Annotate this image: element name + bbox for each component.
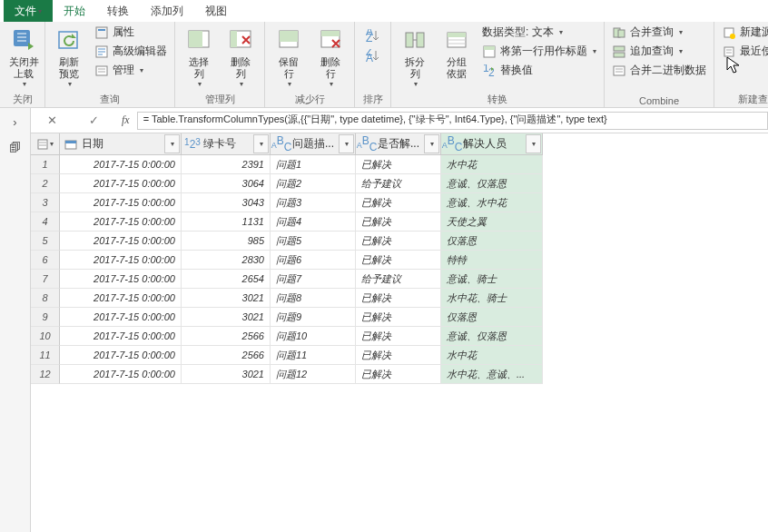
expand-pane-icon[interactable]: › [13, 115, 16, 129]
row-number[interactable]: 8 [31, 289, 60, 308]
cell-solved[interactable]: 已解决 [356, 232, 441, 251]
row-number[interactable]: 7 [31, 270, 60, 289]
cell-solved[interactable]: 给予建议 [356, 174, 441, 193]
cell-date[interactable]: 2017-7-15 0:00:00 [60, 270, 182, 289]
cell-solved[interactable]: 已解决 [356, 365, 441, 384]
cell-desc[interactable]: 问题9 [271, 308, 356, 327]
sort-asc-button[interactable]: AZ [364, 27, 382, 44]
cell-date[interactable]: 2017-7-15 0:00:00 [60, 212, 182, 232]
column-header-card[interactable]: 123绿卡号▾ [182, 133, 271, 155]
cell-solved[interactable]: 给予建议 [356, 270, 441, 289]
cell-person[interactable]: 水中花、意诚、... [441, 365, 543, 384]
advanced-editor-button[interactable]: 高级编辑器 [93, 43, 169, 60]
formula-input[interactable]: = Table.TransformColumnTypes(源,{{"日期", t… [137, 112, 768, 130]
cell-desc[interactable]: 问题10 [271, 327, 356, 346]
cell-desc[interactable]: 问题7 [271, 270, 356, 289]
formula-cancel-icon[interactable]: ✕ [47, 113, 57, 127]
tab-transform[interactable]: 转换 [96, 0, 140, 22]
close-load-button[interactable]: 关闭并 上载▾ [5, 24, 42, 90]
combine-binary-button[interactable]: 合并二进制数据 [610, 62, 708, 79]
cell-date[interactable]: 2017-7-15 0:00:00 [60, 308, 182, 327]
replace-values-button[interactable]: 12替换值 [480, 62, 598, 79]
cell-card[interactable]: 3043 [182, 193, 271, 212]
cell-date[interactable]: 2017-7-15 0:00:00 [60, 251, 182, 270]
remove-columns-button[interactable]: 删除 列▾ [222, 24, 259, 90]
first-row-header-button[interactable]: 将第一行用作标题▾ [480, 43, 598, 60]
cell-date[interactable]: 2017-7-15 0:00:00 [60, 232, 182, 251]
cell-desc[interactable]: 问题3 [271, 193, 356, 212]
tab-add-column[interactable]: 添加列 [140, 0, 194, 22]
cell-solved[interactable]: 已解决 [356, 327, 441, 346]
row-number[interactable]: 11 [31, 346, 60, 365]
cell-solved[interactable]: 已解决 [356, 251, 441, 270]
cell-date[interactable]: 2017-7-15 0:00:00 [60, 289, 182, 308]
cell-person[interactable]: 水中花、骑士 [441, 289, 543, 308]
cell-person[interactable]: 天使之翼 [441, 212, 543, 232]
cell-desc[interactable]: 问题8 [271, 289, 356, 308]
row-number[interactable]: 1 [31, 155, 60, 174]
merge-queries-button[interactable]: 合并查询▾ [610, 24, 708, 41]
select-all-corner[interactable]: ▾ [31, 133, 60, 155]
cell-card[interactable]: 3021 [182, 365, 271, 384]
cell-date[interactable]: 2017-7-15 0:00:00 [60, 155, 182, 174]
filter-dropdown[interactable]: ▾ [339, 134, 354, 153]
manage-button[interactable]: 管理▾ [93, 62, 169, 79]
cell-person[interactable]: 仅落恩 [441, 232, 543, 251]
keep-rows-button[interactable]: 保留 行▾ [271, 24, 307, 90]
cell-solved[interactable]: 已解决 [356, 155, 441, 174]
cell-solved[interactable]: 已解决 [356, 212, 441, 232]
cell-person[interactable]: 意诚、仅落恩 [441, 327, 543, 346]
cell-desc[interactable]: 问题1 [271, 155, 356, 174]
data-type-button[interactable]: 数据类型: 文本▾ [480, 24, 598, 41]
cell-date[interactable]: 2017-7-15 0:00:00 [60, 365, 182, 384]
tab-view[interactable]: 视图 [194, 0, 238, 22]
choose-columns-button[interactable]: 选择 列▾ [181, 24, 217, 90]
cell-card[interactable]: 3064 [182, 174, 271, 193]
cell-desc[interactable]: 问题2 [271, 174, 356, 193]
formula-accept-icon[interactable]: ✓ [89, 113, 99, 127]
cell-date[interactable]: 2017-7-15 0:00:00 [60, 193, 182, 212]
cell-desc[interactable]: 问题6 [271, 251, 356, 270]
cell-solved[interactable]: 已解决 [356, 308, 441, 327]
recent-sources-button[interactable]: 最近使用的 [720, 43, 768, 60]
file-tab[interactable]: 文件▾ [4, 0, 53, 22]
row-number[interactable]: 2 [31, 174, 60, 193]
cell-desc[interactable]: 问题12 [271, 365, 356, 384]
split-column-button[interactable]: 拆分 列▾ [397, 24, 433, 90]
cell-card[interactable]: 1131 [182, 212, 271, 232]
remove-rows-button[interactable]: 删除 行▾ [312, 24, 349, 90]
column-header-person[interactable]: ABC解决人员▾ [441, 133, 543, 155]
row-number[interactable]: 5 [31, 232, 60, 251]
cell-date[interactable]: 2017-7-15 0:00:00 [60, 327, 182, 346]
filter-dropdown[interactable]: ▾ [164, 134, 180, 153]
column-header-date[interactable]: 日期▾ [60, 133, 182, 155]
row-number[interactable]: 10 [31, 327, 60, 346]
queries-pane-collapsed[interactable]: › 🗐 [0, 108, 31, 532]
cell-card[interactable]: 2654 [182, 270, 271, 289]
properties-button[interactable]: 属性 [93, 24, 169, 41]
cell-card[interactable]: 2566 [182, 327, 271, 346]
column-header-solved[interactable]: ABC是否解...▾ [356, 133, 441, 155]
cell-person[interactable]: 仅落恩 [441, 308, 543, 327]
row-number[interactable]: 9 [31, 308, 60, 327]
cell-person[interactable]: 意诚、仅落恩 [441, 174, 543, 193]
cell-solved[interactable]: 已解决 [356, 193, 441, 212]
cell-date[interactable]: 2017-7-15 0:00:00 [60, 346, 182, 365]
cell-desc[interactable]: 问题5 [271, 232, 356, 251]
row-number[interactable]: 6 [31, 251, 60, 270]
tab-home[interactable]: 开始 [53, 0, 96, 22]
column-header-desc[interactable]: ABC问题描...▾ [271, 133, 356, 155]
cell-person[interactable]: 水中花 [441, 346, 543, 365]
filter-dropdown[interactable]: ▾ [253, 134, 269, 153]
group-by-button[interactable]: 分组 依据 [438, 24, 475, 82]
cell-desc[interactable]: 问题4 [271, 212, 356, 232]
sort-desc-button[interactable]: ZA [364, 47, 382, 64]
cell-card[interactable]: 2830 [182, 251, 271, 270]
row-number[interactable]: 12 [31, 365, 60, 384]
cell-card[interactable]: 985 [182, 232, 271, 251]
cell-person[interactable]: 水中花 [441, 155, 543, 174]
cell-solved[interactable]: 已解决 [356, 346, 441, 365]
cell-person[interactable]: 特特 [441, 251, 543, 270]
cell-card[interactable]: 3021 [182, 308, 271, 327]
filter-dropdown[interactable]: ▾ [424, 134, 439, 153]
